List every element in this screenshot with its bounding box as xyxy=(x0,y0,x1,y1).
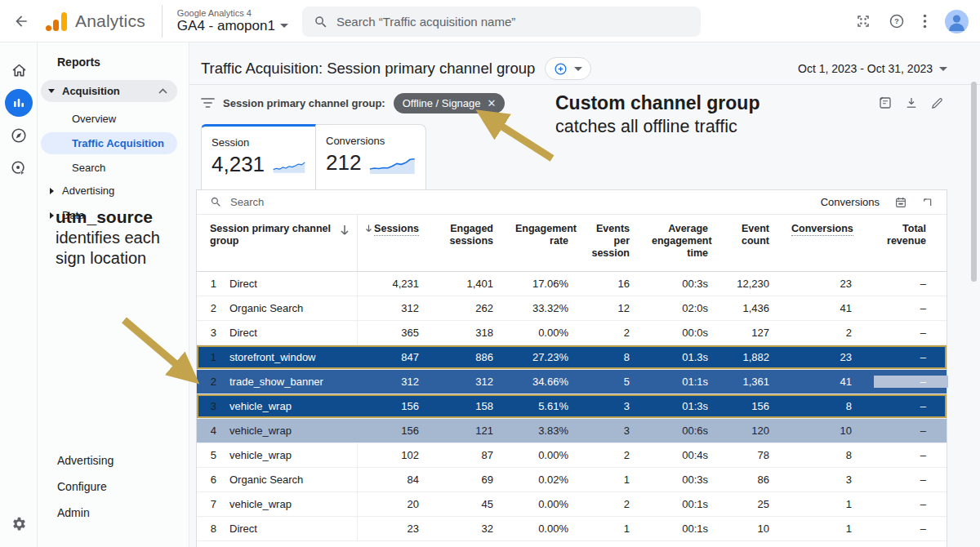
metric-cell: 0.00% xyxy=(515,498,590,510)
table-row-vehicle-wrap: 4vehicle_wrap1561213.83%300:6s12010– xyxy=(197,419,947,443)
filter-chip-offline-signage[interactable]: Offline / Signage ✕ xyxy=(394,93,506,113)
metric-cell: 3 xyxy=(590,400,652,412)
plot-rows-icon[interactable] xyxy=(922,196,935,209)
column-header-conversions[interactable]: Conversions xyxy=(791,215,874,271)
admin-gear-icon[interactable] xyxy=(0,508,38,540)
help-icon[interactable]: ? xyxy=(889,13,905,29)
column-header-event-count[interactable]: Event count xyxy=(730,215,791,271)
metric-cell: 01:1s xyxy=(652,376,730,388)
download-icon[interactable] xyxy=(904,96,919,110)
metric-value: 212 xyxy=(326,150,361,176)
metric-cell: 01.3s xyxy=(652,351,730,363)
column-header-average-engagement-time[interactable]: Average engagement time xyxy=(652,215,730,271)
column-header-total-revenue[interactable]: Total revenue xyxy=(874,215,948,271)
calendar-icon[interactable] xyxy=(894,196,907,209)
product-name: Analytics xyxy=(75,11,145,31)
chip-close-icon[interactable]: ✕ xyxy=(488,97,497,109)
metric-cell: 312 xyxy=(441,376,515,388)
sidebar-item-advertising[interactable]: Advertising xyxy=(41,180,177,202)
triangle-right-icon xyxy=(50,212,54,219)
column-header-engaged-sessions[interactable]: Engaged sessions xyxy=(441,215,515,271)
metric-cell: 8 xyxy=(791,449,874,461)
metric-cell: – xyxy=(874,376,948,388)
sidebar-bottom-configure[interactable]: Configure xyxy=(57,480,107,493)
global-search[interactable] xyxy=(302,7,701,37)
kebab-menu-icon[interactable] xyxy=(923,14,927,29)
user-avatar[interactable] xyxy=(945,10,969,33)
metric-cell: 00:1s xyxy=(652,523,730,535)
metric-cell: 312 xyxy=(358,376,441,388)
channel-cell: storefront_window xyxy=(223,345,358,369)
vertical-scrollbar[interactable] xyxy=(971,82,977,282)
row-number: 3 xyxy=(197,400,223,412)
metric-cell: 0.00% xyxy=(515,523,590,535)
channel-cell: trade_show_banner xyxy=(223,370,358,394)
metric-cell: 1,401 xyxy=(441,278,515,290)
advertising-nav-icon[interactable] xyxy=(0,152,38,185)
metric-tab-session[interactable]: Session 4,231 xyxy=(201,124,316,189)
metric-cell: 12,230 xyxy=(730,278,791,290)
metric-cell: 41 xyxy=(791,302,874,314)
metric-cell: 00:4s xyxy=(652,449,730,461)
sidebar-bottom-admin[interactable]: Admin xyxy=(57,506,90,519)
column-header-engagement-rate[interactable]: Engagement rate xyxy=(515,215,590,271)
metric-cell: 00:6s xyxy=(652,425,730,437)
diagnostics-grid-icon[interactable] xyxy=(856,14,871,29)
metric-cell: – xyxy=(874,278,948,290)
metric-cell: 23 xyxy=(358,523,441,535)
sidebar-item-traffic-acquisition[interactable]: Traffic Acquisition xyxy=(41,132,177,154)
sidebar-bottom-advertising[interactable]: Advertising xyxy=(57,454,114,467)
metric-cell: 365 xyxy=(358,327,441,339)
filter-icon[interactable] xyxy=(201,97,215,109)
insights-icon[interactable] xyxy=(878,96,893,110)
sidebar-item-label: Traffic Acquisition xyxy=(72,137,164,149)
metric-cell: 87 xyxy=(441,449,515,461)
metric-cell: 5 xyxy=(590,376,652,388)
column-header-dimension[interactable]: Session primary channel group xyxy=(197,215,358,271)
metric-cell: 1,361 xyxy=(730,376,791,388)
metric-cell: 3 xyxy=(791,474,874,486)
sort-arrow-icon xyxy=(340,225,350,236)
metric-cell: 84 xyxy=(358,474,441,486)
metric-cell: 312 xyxy=(358,302,441,314)
filter-dimension-label: Session primary channel group: xyxy=(223,97,385,109)
metric-cell: 12 xyxy=(590,302,652,314)
back-arrow-icon[interactable] xyxy=(5,5,38,38)
filter-chip-label: Offline / Signage xyxy=(403,97,481,109)
property-selector[interactable]: Google Analytics 4 GA4 - amopon1 xyxy=(162,5,288,38)
metric-cell: 8 xyxy=(791,400,874,412)
sidebar-item-overview[interactable]: Overview xyxy=(41,108,177,130)
column-header-sessions[interactable]: Sessions xyxy=(358,215,441,271)
metric-cell: 886 xyxy=(441,351,515,363)
reports-nav-icon[interactable] xyxy=(0,87,38,119)
table-header-row: Session primary channel groupSessionsEng… xyxy=(197,215,947,272)
metric-cell: 34.66% xyxy=(515,376,590,388)
sidebar-item-data[interactable]: Data xyxy=(41,204,177,226)
metric-tab-conversions[interactable]: Conversions 212 xyxy=(316,124,426,189)
chevron-up-icon xyxy=(158,88,167,94)
table-row-direct: 1Direct4,2311,40117.06%1600:3s12,23023– xyxy=(197,272,947,296)
report-customize-pill[interactable] xyxy=(545,57,591,80)
table-search-input[interactable] xyxy=(230,196,394,208)
table-metric-selector[interactable]: Conversions xyxy=(821,196,880,208)
property-name-label: GA4 - amopon1 xyxy=(177,18,275,34)
date-range-selector[interactable]: Oct 1, 2023 - Oct 31, 2023 xyxy=(798,62,947,75)
global-search-input[interactable] xyxy=(336,15,689,29)
sidebar-item-label: Data xyxy=(62,209,84,221)
conversions-sparkline-chart xyxy=(369,154,416,176)
row-number: 1 xyxy=(197,278,223,290)
table-row-organic-search: 2Organic Search31226233.32%1202:0s1,4364… xyxy=(197,296,947,321)
sidebar-section-reports: Reports xyxy=(57,56,100,69)
column-header-events-per-session[interactable]: Events per session xyxy=(590,215,652,271)
metric-cell: 4,231 xyxy=(358,278,441,290)
sidebar-item-acquisition[interactable]: Acquisition xyxy=(41,80,177,102)
explore-icon[interactable] xyxy=(0,119,38,152)
home-icon[interactable] xyxy=(0,54,38,87)
metric-cell: 27.23% xyxy=(515,351,590,363)
sidebar-item-search[interactable]: Search xyxy=(41,157,177,179)
row-number: 1 xyxy=(197,351,223,363)
row-number: 7 xyxy=(197,498,223,510)
metric-cell: 120 xyxy=(730,425,791,437)
edit-pencil-icon[interactable] xyxy=(930,96,944,110)
metric-cell: 1,436 xyxy=(730,302,791,314)
